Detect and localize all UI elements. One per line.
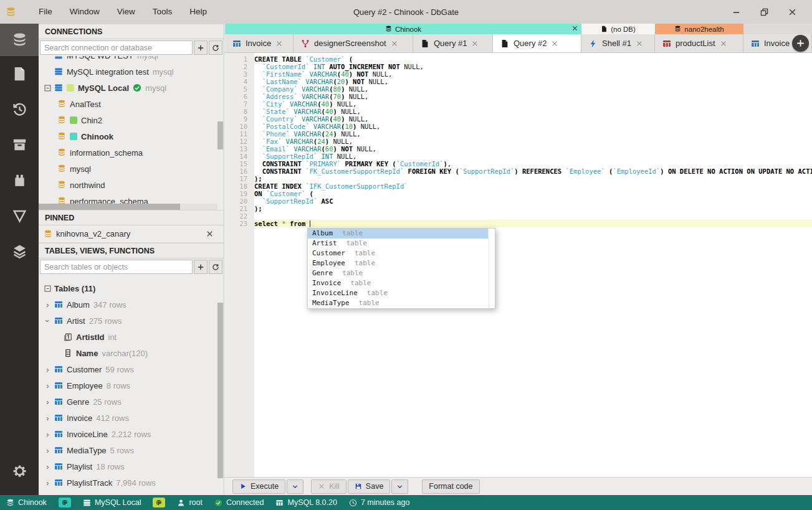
menu-item-tools[interactable]: Tools (144, 0, 181, 24)
refresh-icon (212, 263, 219, 271)
restore-icon[interactable] (760, 7, 769, 17)
chevron-right-icon[interactable]: › (44, 381, 52, 390)
autocomplete-item[interactable]: Customertable (308, 248, 488, 258)
tab-productlist[interactable]: productList (655, 34, 743, 52)
statusbar-chinook[interactable]: Chinook (6, 498, 47, 507)
table-item[interactable]: ›Customer59 rows (39, 361, 224, 377)
connection-item[interactable]: Chin2 (39, 112, 224, 128)
autocomplete-item[interactable]: Employeetable (308, 258, 488, 268)
chevron-right-icon[interactable]: › (44, 413, 52, 423)
table-item[interactable]: ›Playlist18 rows (39, 458, 224, 475)
execute-button[interactable]: Execute (232, 479, 285, 494)
autocomplete-item[interactable]: InvoiceLinetable (308, 288, 488, 298)
new-tab-button[interactable] (792, 35, 809, 52)
tab-designerscreenshot[interactable]: designerScreenshot (294, 34, 413, 52)
activity-database-button[interactable] (0, 24, 39, 56)
chevron-right-icon[interactable]: › (44, 365, 52, 374)
collapse-box-icon[interactable] (44, 84, 52, 92)
table-item[interactable]: ›InvoiceLine2,212 rows (39, 426, 224, 442)
connection-item[interactable]: MYSQL WD TESTmysql (39, 56, 224, 64)
menu-item-window[interactable]: Window (61, 0, 108, 24)
table-item[interactable]: ›Employee8 rows (39, 377, 224, 394)
table-item[interactable]: ›Album347 rows (39, 296, 224, 313)
activity-file-button[interactable] (0, 56, 39, 92)
close-group-icon[interactable] (571, 25, 578, 32)
statusbar-color-chip[interactable] (59, 498, 71, 508)
chevron-right-icon[interactable]: › (44, 446, 52, 455)
connections-search-input[interactable] (40, 40, 193, 55)
autocomplete-item[interactable]: Albumtable (308, 229, 488, 238)
chevron-right-icon[interactable]: › (44, 462, 52, 471)
activity-history-button[interactable] (0, 92, 39, 127)
save-dropdown-button[interactable] (391, 479, 408, 494)
collapse-box-icon[interactable] (44, 285, 52, 293)
autocomplete-item[interactable]: Invoicetable (308, 278, 488, 288)
refresh-objects-button[interactable] (209, 260, 222, 274)
statusbar-color-chip[interactable] (153, 498, 165, 508)
chevron-right-icon[interactable]: › (44, 397, 52, 407)
close-tab-icon[interactable] (471, 40, 479, 47)
connection-item[interactable]: mysql (39, 161, 224, 177)
activity-layers-button[interactable] (0, 234, 39, 269)
menu-item-help[interactable]: Help (181, 0, 216, 24)
table-item[interactable]: ›Invoice412 rows (39, 410, 224, 426)
connections-hscrollbar[interactable] (39, 204, 217, 210)
add-object-button[interactable] (194, 260, 208, 274)
code-text: CONSTRAINT `FK_CustomerSupportRepId` FOR… (254, 168, 812, 175)
column-item[interactable]: Namevarchar(120) (39, 345, 224, 361)
tables-scrollbar[interactable] (217, 303, 223, 478)
activity-settings-button[interactable] (0, 453, 39, 489)
chevron-down-icon[interactable]: › (43, 317, 52, 325)
close-tab-icon[interactable] (551, 40, 558, 47)
autocomplete-item[interactable]: MediaTypetable (308, 298, 488, 308)
unpin-close-icon[interactable] (206, 230, 214, 238)
activity-archive-button[interactable] (0, 127, 39, 163)
connection-item[interactable]: MySQL integration testmysql (39, 64, 224, 80)
activity-funnel-button[interactable] (0, 198, 39, 234)
menu-item-view[interactable]: View (108, 0, 144, 24)
close-tab-icon[interactable] (636, 40, 643, 47)
statusbar-root[interactable]: root (177, 498, 203, 507)
table-item[interactable]: ›Artist275 rows (39, 313, 224, 329)
sql-editor[interactable]: 1CREATE TABLE `Customer` (2 `CustomerId`… (225, 53, 812, 477)
close-tab-icon[interactable] (391, 40, 398, 47)
table-item[interactable]: ›PlaylistTrack7,994 rows (39, 475, 224, 491)
save-button[interactable]: Save (348, 479, 391, 494)
chevron-right-icon[interactable]: › (44, 300, 52, 309)
autocomplete-item[interactable]: Artisttable (308, 238, 488, 248)
kill-button[interactable]: Kill (311, 479, 346, 494)
minimize-icon[interactable] (732, 7, 741, 17)
tab-query-1[interactable]: Query #1 (413, 34, 493, 52)
execute-dropdown-button[interactable] (287, 479, 303, 494)
tab-query-2[interactable]: Query #2 (493, 34, 581, 52)
tab-shell-1[interactable]: Shell #1 (581, 34, 655, 52)
connection-item[interactable]: Chinook (39, 128, 224, 144)
close-tab-icon[interactable] (720, 40, 727, 47)
add-connection-button[interactable] (194, 40, 208, 55)
statusbar-mysql-local[interactable]: MySQL Local (83, 498, 141, 507)
connection-item[interactable]: MySQL Localmysql (39, 80, 224, 96)
tables-root-row[interactable]: Tables (11) (39, 280, 224, 296)
connection-item[interactable]: AnalTest (39, 96, 224, 112)
pinned-item[interactable]: knihovna_v2_canary (39, 225, 224, 243)
refresh-connections-button[interactable] (209, 40, 222, 55)
format-code-button[interactable]: Format code (422, 479, 479, 494)
connection-item[interactable]: northwind (39, 177, 224, 193)
connection-engine: mysql (145, 83, 166, 93)
close-icon[interactable] (788, 7, 797, 17)
autocomplete-item[interactable]: Genretable (308, 268, 488, 278)
chevron-right-icon[interactable]: › (44, 478, 52, 488)
table-item[interactable]: ›MediaType5 rows (39, 442, 224, 458)
chevron-right-icon[interactable]: › (44, 430, 52, 439)
activity-plugin-button[interactable] (0, 163, 39, 198)
close-tab-icon[interactable] (275, 40, 283, 47)
objects-search-input[interactable] (40, 260, 193, 274)
menu-item-file[interactable]: File (30, 0, 61, 24)
table-item[interactable]: ›Genre25 rows (39, 394, 224, 410)
column-item[interactable]: ArtistIdint (39, 329, 224, 345)
connections-scrollbar[interactable] (217, 121, 223, 149)
tab-label: Query #2 (513, 39, 547, 48)
tab-invoice[interactable]: Invoice (225, 34, 294, 52)
autocomplete-scrollbar[interactable] (489, 229, 495, 308)
connection-item[interactable]: information_schema (39, 144, 224, 161)
